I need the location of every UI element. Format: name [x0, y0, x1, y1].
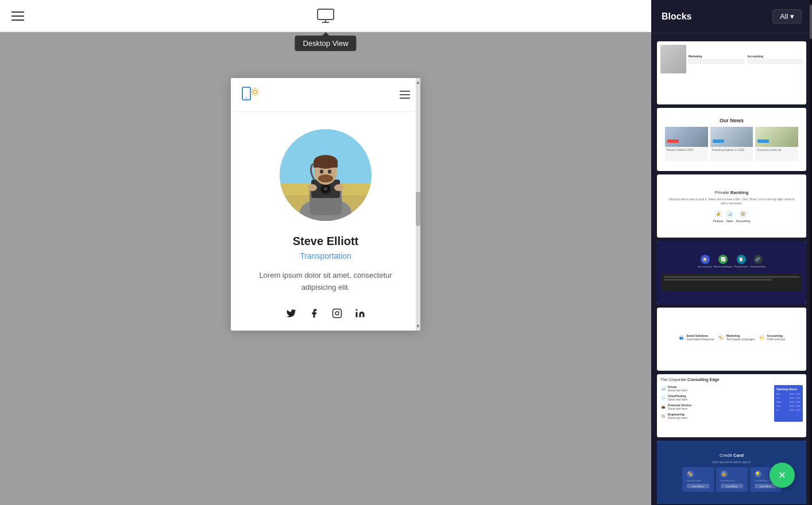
panel-scrollbar[interactable] [810, 0, 812, 505]
canvas-area: Desktop View [0, 0, 651, 505]
svg-line-12 [257, 89, 258, 90]
block-card-banking[interactable]: Private Banking Click any text to edit o… [657, 174, 806, 238]
scrollbar-thumb[interactable] [416, 192, 420, 226]
svg-point-31 [328, 170, 331, 174]
facebook-icon[interactable] [308, 308, 320, 319]
social-icons [285, 308, 366, 319]
linkedin-icon[interactable] [354, 308, 366, 319]
fab-close-button[interactable]: × [770, 463, 795, 488]
blocks-title: Blocks [662, 11, 691, 22]
blocks-list: Marketing Accounting [651, 33, 812, 505]
all-filter-button[interactable]: All ▾ [772, 9, 802, 24]
mobile-logo [241, 86, 262, 103]
avatar [280, 129, 372, 221]
twitter-icon[interactable] [285, 308, 297, 319]
mobile-hamburger-icon[interactable] [400, 91, 410, 99]
block-card-services[interactable]: 👥 Email Solutions Automated Response ✏️ … [657, 308, 806, 371]
panel-scrollbar-thumb[interactable] [810, 5, 812, 39]
svg-rect-33 [333, 309, 342, 317]
block-card-news[interactable]: Our News Market Outlook 2032 Investing O… [657, 108, 806, 171]
desktop-view-button[interactable] [316, 8, 335, 24]
blocks-panel: Blocks All ▾ Marketing [651, 0, 812, 505]
block-card-consulting[interactable]: The Corporate Consulting Edge 📊 Group So… [657, 374, 806, 437]
svg-point-22 [324, 187, 327, 191]
svg-line-13 [252, 94, 253, 95]
mobile-preview: Steve Elliott Transportation Lorem ipsum… [231, 78, 420, 331]
svg-point-35 [356, 309, 358, 310]
svg-line-10 [252, 89, 253, 90]
profile-title: Transportation [300, 251, 351, 261]
blocks-header: Blocks All ▾ [651, 0, 812, 33]
svg-rect-29 [314, 162, 338, 168]
instagram-icon[interactable] [331, 308, 343, 319]
svg-point-25 [308, 184, 317, 191]
profile-name: Steve Elliott [293, 235, 358, 248]
desktop-tooltip: Desktop View [295, 36, 356, 51]
svg-point-5 [253, 90, 257, 94]
toolbar [0, 0, 651, 32]
svg-rect-0 [318, 9, 334, 20]
menu-icon[interactable] [11, 11, 24, 21]
profile-bio: Lorem ipsum dolor sit amet, consectetur … [242, 270, 409, 294]
profile-section: Steve Elliott Transportation Lorem ipsum… [231, 112, 420, 331]
block-card-insurance[interactable]: 🏠 Life Insurance 📈 Business Analysis 📋 F… [657, 241, 806, 304]
block-card-marketing[interactable]: Marketing Accounting [657, 41, 806, 104]
svg-point-32 [318, 174, 333, 182]
scroll-down-arrow[interactable]: ▼ [416, 323, 420, 331]
scroll-up-arrow[interactable]: ▲ [416, 78, 420, 86]
mobile-preview-wrapper: Steve Elliott Transportation Lorem ipsum… [231, 78, 420, 331]
svg-line-11 [257, 94, 258, 95]
svg-point-30 [320, 170, 323, 174]
mobile-nav [231, 78, 420, 112]
svg-point-26 [334, 184, 343, 191]
preview-scrollbar[interactable]: ▲ ▼ [416, 78, 420, 331]
